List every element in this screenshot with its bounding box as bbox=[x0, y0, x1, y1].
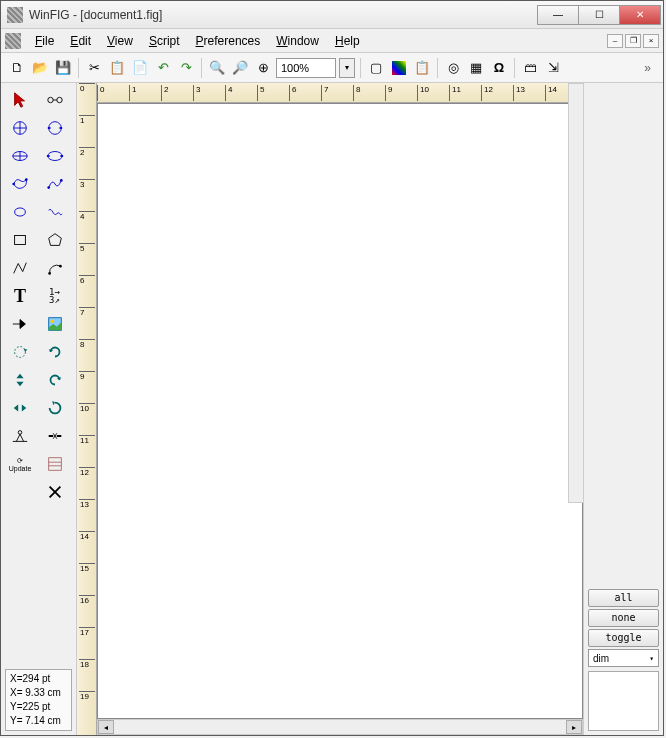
menubar: File Edit View Script Preferences Window… bbox=[1, 29, 663, 53]
dimension-tool[interactable]: 1→3↗ bbox=[40, 283, 70, 309]
svg-point-0 bbox=[47, 97, 52, 102]
drawing-canvas[interactable] bbox=[97, 103, 583, 719]
open-file-icon[interactable]: 📂 bbox=[30, 58, 50, 78]
vertical-scrollbar[interactable] bbox=[568, 83, 584, 503]
zoom-out-icon[interactable]: 🔎 bbox=[230, 58, 250, 78]
flip-horizontal-tool[interactable] bbox=[5, 395, 35, 421]
horizontal-ruler[interactable]: 01234567891011121314 bbox=[97, 83, 583, 103]
new-file-icon[interactable]: 🗋 bbox=[7, 58, 27, 78]
app-icon bbox=[7, 7, 23, 23]
align-tool[interactable] bbox=[5, 423, 35, 449]
svg-point-6 bbox=[48, 122, 61, 135]
svg-point-1 bbox=[56, 97, 61, 102]
magnet-icon[interactable]: Ω bbox=[489, 58, 509, 78]
open-spline-tool[interactable] bbox=[40, 171, 70, 197]
select-none-button[interactable]: none bbox=[588, 609, 659, 627]
svg-rect-8 bbox=[59, 127, 62, 129]
circle-diameter-tool[interactable] bbox=[40, 115, 70, 141]
color-palette-icon[interactable] bbox=[389, 58, 409, 78]
vertical-ruler[interactable]: 012345678910111213141516171819 bbox=[77, 83, 97, 735]
library-icon[interactable]: 🗃 bbox=[520, 58, 540, 78]
svg-rect-28 bbox=[48, 458, 61, 471]
open-interp-spline-tool[interactable] bbox=[40, 199, 70, 225]
arrow-tool[interactable] bbox=[5, 311, 35, 337]
svg-rect-7 bbox=[47, 127, 50, 129]
target-icon[interactable]: ◎ bbox=[443, 58, 463, 78]
menu-preferences[interactable]: Preferences bbox=[188, 32, 269, 50]
titlebar[interactable]: WinFIG - [document1.fig] — ☐ ✕ bbox=[1, 1, 663, 29]
svg-point-24 bbox=[50, 320, 54, 324]
properties-tool[interactable] bbox=[40, 451, 70, 477]
zoom-level-input[interactable]: 100% bbox=[276, 58, 336, 78]
zoom-fit-icon[interactable]: ⊕ bbox=[253, 58, 273, 78]
zoom-dropdown-button[interactable]: ▾ bbox=[339, 58, 355, 78]
text-tool[interactable]: T bbox=[5, 283, 35, 309]
circle-center-tool[interactable] bbox=[5, 115, 35, 141]
polygon-tool[interactable] bbox=[40, 227, 70, 253]
rectangle-tool[interactable] bbox=[5, 227, 35, 253]
save-file-icon[interactable]: 💾 bbox=[53, 58, 73, 78]
menu-edit[interactable]: Edit bbox=[62, 32, 99, 50]
rotate-cw-tool[interactable] bbox=[40, 367, 70, 393]
zoom-in-icon[interactable]: 🔍 bbox=[207, 58, 227, 78]
mdi-close-button[interactable]: × bbox=[643, 34, 659, 48]
rotate-ccw-tool[interactable] bbox=[40, 339, 70, 365]
coordinate-readout: X=294 pt X= 9.33 cm Y=225 pt Y= 7.14 cm bbox=[5, 669, 72, 731]
ellipse-diameter-tool[interactable] bbox=[40, 143, 70, 169]
canvas-area: 012345678910111213141516171819 012345678… bbox=[77, 83, 583, 735]
break-tool[interactable] bbox=[40, 423, 70, 449]
mdi-restore-button[interactable]: ❐ bbox=[625, 34, 641, 48]
svg-point-21 bbox=[48, 272, 51, 275]
svg-marker-20 bbox=[48, 234, 61, 246]
clipboard-icon[interactable]: 📋 bbox=[412, 58, 432, 78]
menu-script[interactable]: Script bbox=[141, 32, 188, 50]
paste-icon[interactable]: 📄 bbox=[130, 58, 150, 78]
arc-tool[interactable] bbox=[40, 255, 70, 281]
dim-select[interactable]: dim bbox=[588, 649, 659, 667]
pointer-tool[interactable] bbox=[5, 87, 35, 113]
grid-icon[interactable]: ▦ bbox=[466, 58, 486, 78]
cut-icon[interactable]: ✂ bbox=[84, 58, 104, 78]
delete-tool[interactable] bbox=[40, 479, 70, 505]
export-icon[interactable]: ⇲ bbox=[543, 58, 563, 78]
right-panel: all none toggle dim bbox=[583, 83, 663, 735]
svg-point-16 bbox=[25, 178, 28, 181]
flip-vertical-tool[interactable] bbox=[5, 367, 35, 393]
coord-x-cm: X= 9.33 cm bbox=[10, 686, 67, 700]
main-area: T 1→3↗ ⟳Update X=294 pt X= 9.33 cm bbox=[1, 83, 663, 735]
minimize-button[interactable]: — bbox=[537, 5, 579, 25]
rotate-cw2-tool[interactable] bbox=[40, 395, 70, 421]
distance-tool[interactable] bbox=[40, 87, 70, 113]
select-toggle-button[interactable]: toggle bbox=[588, 629, 659, 647]
mdi-minimize-button[interactable]: – bbox=[607, 34, 623, 48]
scroll-left-arrow-icon[interactable]: ◂ bbox=[98, 720, 114, 734]
undo-icon[interactable]: ↶ bbox=[153, 58, 173, 78]
closed-spline-tool[interactable] bbox=[5, 171, 35, 197]
page-icon[interactable]: ▢ bbox=[366, 58, 386, 78]
rotate-tool[interactable] bbox=[5, 339, 35, 365]
polyline-tool[interactable] bbox=[5, 255, 35, 281]
menu-help[interactable]: Help bbox=[327, 32, 368, 50]
close-button[interactable]: ✕ bbox=[619, 5, 661, 25]
menu-file[interactable]: File bbox=[27, 32, 62, 50]
closed-interp-spline-tool[interactable] bbox=[5, 199, 35, 225]
update-tool[interactable]: ⟳Update bbox=[5, 451, 35, 477]
toolbar-overflow-button[interactable]: » bbox=[638, 61, 657, 75]
select-all-button[interactable]: all bbox=[588, 589, 659, 607]
tool-panel: T 1→3↗ ⟳Update X=294 pt X= 9.33 cm bbox=[1, 83, 77, 735]
copy-icon[interactable]: 📋 bbox=[107, 58, 127, 78]
svg-point-12 bbox=[47, 152, 61, 161]
toolbar: 🗋 📂 💾 ✂ 📋 📄 ↶ ↷ 🔍 🔎 ⊕ 100% ▾ ▢ 📋 ◎ ▦ Ω 🗃… bbox=[1, 53, 663, 83]
menu-window[interactable]: Window bbox=[268, 32, 327, 50]
svg-rect-19 bbox=[15, 236, 26, 245]
ellipse-center-tool[interactable] bbox=[5, 143, 35, 169]
image-tool[interactable] bbox=[40, 311, 70, 337]
maximize-button[interactable]: ☐ bbox=[578, 5, 620, 25]
doc-icon[interactable] bbox=[5, 33, 21, 49]
menu-view[interactable]: View bbox=[99, 32, 141, 50]
horizontal-scrollbar[interactable]: ◂ ▸ bbox=[97, 719, 583, 735]
redo-icon[interactable]: ↷ bbox=[176, 58, 196, 78]
layer-list[interactable] bbox=[588, 671, 659, 731]
scroll-right-arrow-icon[interactable]: ▸ bbox=[566, 720, 582, 734]
svg-point-18 bbox=[59, 179, 62, 182]
